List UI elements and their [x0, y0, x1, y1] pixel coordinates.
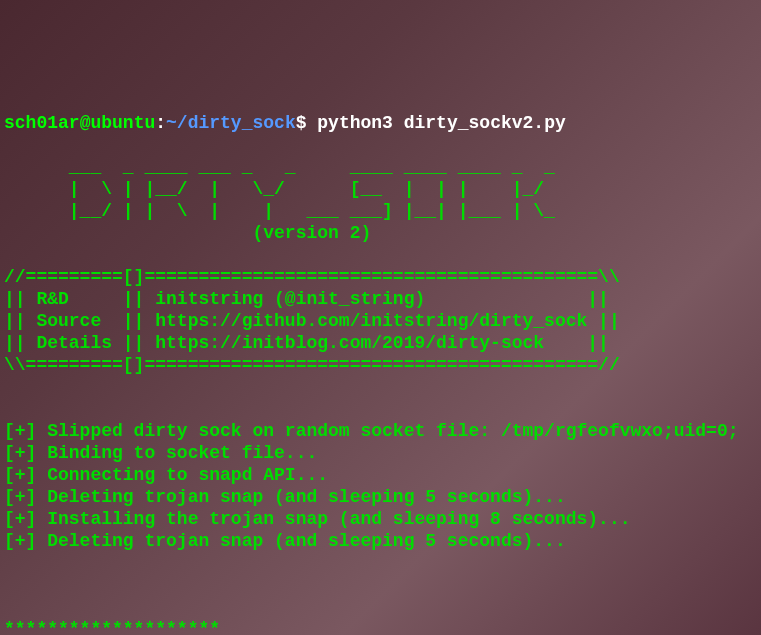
log-line4: [+] Deleting trojan snap (and sleeping 5…: [4, 487, 566, 507]
banner-line5: \\=========[]===========================…: [4, 355, 620, 375]
output-blank: [4, 597, 15, 617]
banner-line2: || R&D || initstring (@init_string) ||: [4, 289, 609, 309]
prompt-at: @: [80, 113, 91, 133]
banner-line4: || Details || https://initblog.com/2019/…: [4, 333, 609, 353]
output-blank: [4, 553, 15, 573]
log-line6: [+] Deleting trojan snap (and sleeping 5…: [4, 531, 566, 551]
ascii-art-version: (version 2): [4, 223, 371, 243]
banner-line3: || Source || https://github.com/initstri…: [4, 311, 620, 331]
ascii-art-line1: ___ _ ____ ___ _ _ ____ ____ ____ _ _: [4, 157, 566, 177]
prompt-user: sch01ar: [4, 113, 80, 133]
result-stars1: ********************: [4, 619, 220, 635]
ascii-art-line3: |__/ | | \ | | ___ ___] |__| |___ | \_: [4, 201, 566, 221]
prompt-dollar: $: [296, 113, 307, 133]
prompt-colon: :: [155, 113, 166, 133]
log-line1: [+] Slipped dirty sock on random socket …: [4, 421, 739, 441]
log-line2: [+] Binding to socket file...: [4, 443, 317, 463]
prompt-line: sch01ar@ubuntu:~/dirty_sock$ python3 dir…: [4, 113, 566, 133]
output-blank: [4, 135, 15, 155]
prompt-host: ubuntu: [90, 113, 155, 133]
log-line5: [+] Installing the trojan snap (and slee…: [4, 509, 631, 529]
output-blank: [4, 377, 15, 397]
prompt-path: ~/dirty_sock: [166, 113, 296, 133]
output-blank: [4, 245, 15, 265]
output-blank: [4, 575, 15, 595]
ascii-art-line2: | \ | |__/ | \_/ [__ | | | |_/: [4, 179, 566, 199]
terminal-window[interactable]: sch01ar@ubuntu:~/dirty_sock$ python3 dir…: [0, 88, 761, 635]
output-blank: [4, 399, 15, 419]
log-line3: [+] Connecting to snapd API...: [4, 465, 328, 485]
banner-line1: //=========[]===========================…: [4, 267, 620, 287]
command-text: python3 dirty_sockv2.py: [307, 113, 566, 133]
